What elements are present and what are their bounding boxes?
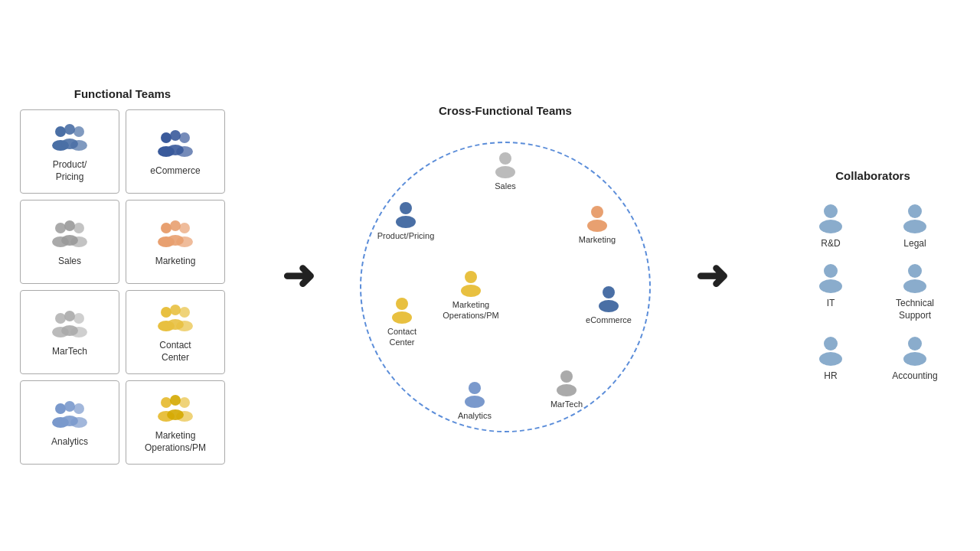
hr-icon <box>814 333 848 367</box>
cf-marketing-ops-icon <box>456 268 485 297</box>
cf-sales-icon <box>491 149 520 178</box>
svg-point-74 <box>908 337 922 350</box>
cf-node-sales: Sales <box>475 149 536 191</box>
svg-point-49 <box>495 166 515 178</box>
cf-node-marketing: Marketing <box>567 203 628 245</box>
svg-point-32 <box>179 307 190 318</box>
marketing-ops-icon <box>152 392 198 425</box>
martech-icon <box>47 308 93 341</box>
it-label: IT <box>827 298 835 310</box>
svg-point-66 <box>908 204 922 218</box>
cf-ecommerce-icon <box>594 283 623 312</box>
svg-point-11 <box>167 145 184 155</box>
svg-point-62 <box>400 202 412 214</box>
svg-point-4 <box>64 124 75 135</box>
cf-node-contact-center: ContactCenter <box>371 295 433 348</box>
cf-node-martech: MarTech <box>536 367 597 409</box>
cf-marketing-label: Marketing <box>579 234 616 245</box>
cross-functional-title: Cross-Functional Teams <box>439 104 572 117</box>
svg-point-55 <box>557 384 577 396</box>
collab-grid: R&D Legal IT <box>796 201 949 382</box>
circle-container: Sales Marketing eCommerce <box>360 126 651 448</box>
svg-point-38 <box>74 403 84 414</box>
it-icon <box>814 260 848 294</box>
svg-point-12 <box>55 223 66 233</box>
team-box-analytics: Analytics <box>20 380 119 465</box>
cf-node-product-pricing: Product/Pricing <box>375 199 436 241</box>
svg-point-41 <box>61 416 78 426</box>
svg-point-67 <box>903 220 926 233</box>
collaborators-title: Collaborators <box>835 169 910 182</box>
team-box-sales: Sales <box>20 200 119 284</box>
svg-point-64 <box>824 204 838 218</box>
team-label-martech: MarTech <box>52 346 87 358</box>
contact-center-icon <box>152 302 198 335</box>
svg-point-53 <box>599 300 619 312</box>
cf-contact-center-icon <box>387 295 416 324</box>
cf-node-marketing-ops: MarketingOperations/PM <box>440 268 501 321</box>
svg-point-18 <box>161 223 172 233</box>
svg-point-42 <box>161 397 172 408</box>
svg-point-23 <box>167 235 184 246</box>
svg-point-69 <box>819 279 842 293</box>
analytics-icon <box>47 398 93 432</box>
svg-point-71 <box>903 279 926 293</box>
arrow-left: ➜ <box>695 256 729 295</box>
rd-icon <box>814 201 848 234</box>
cf-marketing-icon <box>583 203 612 232</box>
cf-node-analytics: Analytics <box>444 379 505 421</box>
cf-product-pricing-label: Product/Pricing <box>377 230 435 241</box>
svg-point-30 <box>161 307 172 318</box>
svg-point-40 <box>64 401 75 412</box>
team-label-ecommerce: eCommerce <box>150 165 200 178</box>
svg-point-28 <box>64 311 75 321</box>
rd-label: R&D <box>821 238 840 250</box>
svg-point-17 <box>61 235 78 246</box>
sales-icon <box>47 217 93 251</box>
cross-functional-section: Cross-Functional Teams Sales Marketing <box>360 104 651 448</box>
cf-node-ecommerce: eCommerce <box>578 283 639 325</box>
svg-point-68 <box>824 264 838 278</box>
svg-point-46 <box>170 395 181 406</box>
arrow-right: ➜ <box>282 256 315 295</box>
svg-point-61 <box>461 285 481 297</box>
collab-item-rd: R&D <box>796 201 865 250</box>
product-pricing-icon <box>47 121 93 155</box>
svg-point-51 <box>587 220 607 232</box>
svg-point-52 <box>603 286 615 298</box>
svg-point-63 <box>396 216 416 228</box>
collab-item-it: IT <box>796 260 865 321</box>
cf-ecommerce-label: eCommerce <box>586 315 632 325</box>
team-label-marketing-ops: MarketingOperations/PM <box>145 430 206 454</box>
svg-point-72 <box>824 337 838 350</box>
team-box-ecommerce: eCommerce <box>126 109 225 194</box>
functional-teams-title: Functional Teams <box>74 87 171 100</box>
svg-point-0 <box>55 126 66 137</box>
svg-point-36 <box>55 403 66 414</box>
svg-point-60 <box>465 271 477 283</box>
svg-point-5 <box>61 139 78 149</box>
team-box-marketing: Marketing <box>126 200 225 284</box>
cf-analytics-icon <box>460 379 489 408</box>
team-label-analytics: Analytics <box>51 436 88 448</box>
svg-point-58 <box>396 298 408 310</box>
svg-point-73 <box>819 352 842 366</box>
tech-support-icon <box>898 260 932 294</box>
legal-icon <box>898 201 932 234</box>
team-box-product-pricing: Product/Pricing <box>20 109 119 194</box>
cf-martech-icon <box>552 367 581 396</box>
svg-point-10 <box>170 130 181 141</box>
legal-label: Legal <box>903 238 926 250</box>
svg-point-56 <box>469 382 481 394</box>
svg-point-14 <box>74 223 84 233</box>
svg-point-29 <box>61 325 78 336</box>
team-label-marketing: Marketing <box>155 256 196 268</box>
svg-point-35 <box>167 319 184 330</box>
svg-point-26 <box>74 313 84 324</box>
cf-product-pricing-icon <box>391 199 420 228</box>
svg-point-20 <box>179 223 190 233</box>
marketing-icon <box>152 217 198 251</box>
svg-point-54 <box>560 370 573 383</box>
svg-point-57 <box>465 396 485 408</box>
tech-support-label: Technical Support <box>880 298 949 321</box>
